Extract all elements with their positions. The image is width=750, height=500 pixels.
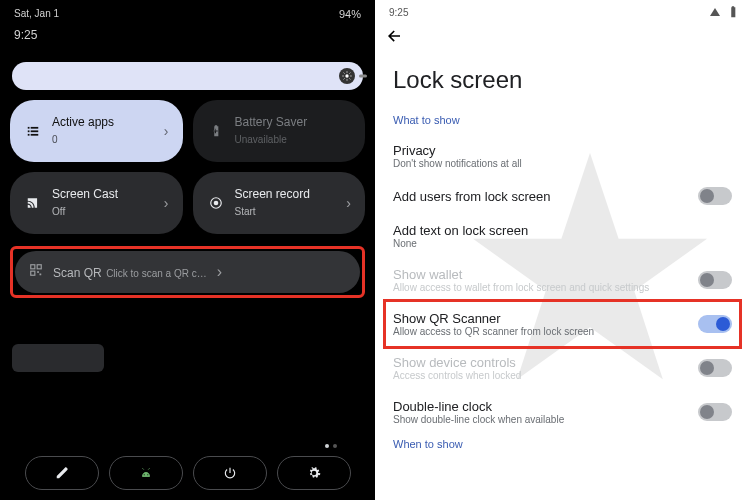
tile-title: Battery Saver	[235, 115, 352, 129]
battery-icon	[726, 5, 740, 19]
toggle-double-clock[interactable]	[698, 403, 732, 421]
tile-screen-cast[interactable]: Screen Cast Off ›	[10, 172, 183, 234]
svg-rect-13	[28, 134, 30, 136]
chevron-right-icon: ›	[346, 195, 351, 211]
svg-line-6	[350, 79, 351, 80]
svg-rect-19	[31, 271, 35, 275]
svg-point-0	[345, 74, 348, 77]
toggle-show-qr[interactable]	[698, 315, 732, 333]
page-title: Lock screen	[375, 48, 750, 110]
row-title: Privacy	[393, 143, 732, 158]
row-title: Show device controls	[393, 355, 686, 370]
tile-sub: Start	[235, 206, 256, 217]
row-show-qr-scanner[interactable]: Show QR Scanner Allow access to QR scann…	[375, 302, 750, 346]
svg-point-22	[143, 474, 144, 475]
svg-rect-20	[37, 271, 39, 273]
row-privacy[interactable]: Privacy Don't show notifications at all	[375, 134, 750, 178]
row-sub: Show double-line clock when available	[393, 414, 686, 425]
brightness-slider[interactable]	[12, 62, 363, 90]
toggle-device-controls[interactable]	[698, 359, 732, 377]
svg-rect-12	[31, 130, 39, 132]
settings-panel: 9:25 Lock screen What to show Privacy Do…	[375, 0, 750, 500]
svg-point-16	[213, 201, 218, 206]
page-indicator	[325, 444, 337, 448]
tile-title: Screen Cast	[52, 187, 154, 201]
edit-button[interactable]	[25, 456, 99, 490]
tile-scan-qr[interactable]: Scan QR Click to scan a QR c… ›	[15, 251, 360, 293]
row-add-users[interactable]: Add users from lock screen	[375, 178, 750, 214]
brightness-icon	[339, 68, 355, 84]
row-title: Add users from lock screen	[393, 189, 686, 204]
toggle-add-users[interactable]	[698, 187, 732, 205]
statusbar-right: 9:25	[375, 0, 750, 21]
signal-icon	[710, 8, 720, 16]
row-title: Add text on lock screen	[393, 223, 732, 238]
svg-point-23	[147, 474, 148, 475]
row-double-line-clock[interactable]: Double-line clock Show double-line clock…	[375, 390, 750, 434]
back-button[interactable]	[375, 21, 750, 48]
row-title: Double-line clock	[393, 399, 686, 414]
svg-rect-18	[37, 265, 41, 269]
tile-sub: Click to scan a QR c…	[106, 268, 207, 279]
tile-sub: Off	[52, 206, 65, 217]
tile-title: Screen record	[235, 187, 337, 201]
chevron-right-icon: ›	[164, 195, 169, 211]
row-title: Show QR Scanner	[393, 311, 686, 326]
tile-sub: Unavailable	[235, 134, 287, 145]
tile-screen-record[interactable]: Screen record Start ›	[193, 172, 366, 234]
settings-button[interactable]	[277, 456, 351, 490]
row-sub: None	[393, 238, 732, 249]
qs-tiles: Active apps 0 › Battery Saver Unavailabl…	[10, 100, 365, 234]
battery-saver-icon	[207, 124, 225, 138]
svg-line-8	[350, 73, 351, 74]
statusbar-time: 9:25	[389, 7, 408, 18]
battery-pct: 94%	[339, 8, 361, 20]
toggle-show-wallet[interactable]	[698, 271, 732, 289]
highlight-box-left: Scan QR Click to scan a QR c… ›	[10, 246, 365, 298]
record-icon	[207, 196, 225, 210]
row-sub: Don't show notifications at all	[393, 158, 732, 169]
footer-buttons	[0, 456, 375, 490]
statusbar-date: Sat, Jan 1	[14, 8, 59, 20]
tile-title: Scan QR	[53, 266, 102, 280]
row-add-text[interactable]: Add text on lock screen None	[375, 214, 750, 258]
row-sub: Allow access to QR scanner from lock scr…	[393, 326, 686, 337]
chevron-right-icon: ›	[164, 123, 169, 139]
row-sub: Access controls when locked	[393, 370, 686, 381]
statusbar-time: 9:25	[8, 26, 367, 44]
section-when-to-show: When to show	[375, 434, 750, 458]
cast-icon	[24, 196, 42, 210]
tile-active-apps[interactable]: Active apps 0 ›	[10, 100, 183, 162]
list-icon	[24, 124, 42, 138]
svg-rect-14	[31, 134, 39, 136]
svg-rect-11	[28, 130, 30, 132]
row-sub: Allow access to wallet from lock screen …	[393, 282, 686, 293]
row-title: Show wallet	[393, 267, 686, 282]
statusbar-battery: 94%	[331, 8, 361, 20]
tile-title: Active apps	[52, 115, 154, 129]
tile-battery-saver[interactable]: Battery Saver Unavailable	[193, 100, 366, 162]
svg-rect-17	[31, 265, 35, 269]
row-device-controls[interactable]: Show device controls Access controls whe…	[375, 346, 750, 390]
android-button[interactable]	[109, 456, 183, 490]
chevron-right-icon: ›	[217, 263, 222, 281]
screenshot-root: Sat, Jan 1 94% 9:25 Active	[0, 0, 750, 500]
section-what-to-show: What to show	[375, 110, 750, 134]
statusbar: Sat, Jan 1 94%	[8, 6, 367, 22]
row-show-wallet[interactable]: Show wallet Allow access to wallet from …	[375, 258, 750, 302]
tile-sub: 0	[52, 134, 58, 145]
media-placeholder	[12, 344, 104, 372]
quick-settings-panel: Sat, Jan 1 94% 9:25 Active	[0, 0, 375, 500]
svg-rect-21	[40, 274, 42, 276]
svg-rect-9	[28, 127, 30, 129]
svg-line-5	[344, 73, 345, 74]
svg-line-7	[344, 79, 345, 80]
power-button[interactable]	[193, 456, 267, 490]
svg-rect-10	[31, 127, 39, 129]
qr-icon	[29, 263, 43, 281]
